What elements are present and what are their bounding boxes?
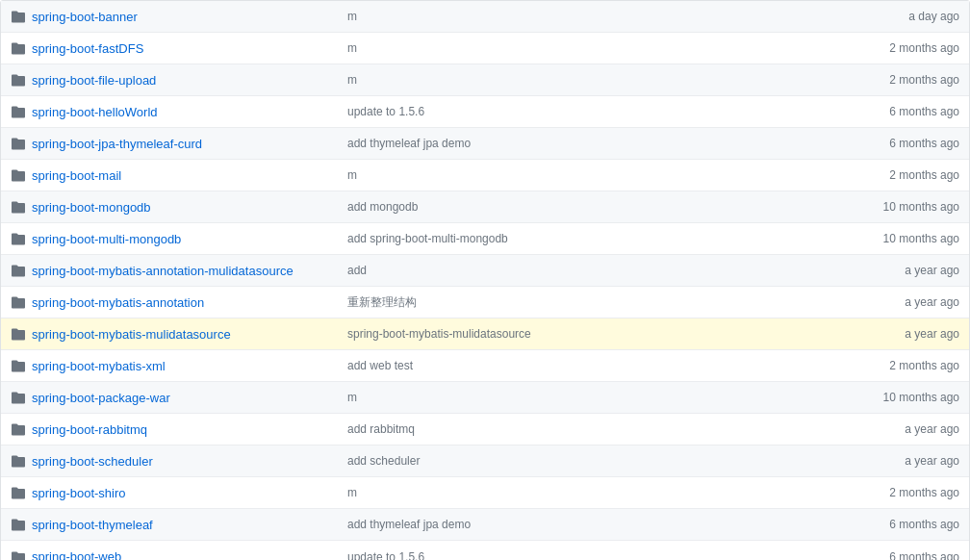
table-row: spring-boot-rabbitmq add rabbitmq a year…	[1, 414, 969, 445]
folder-icon	[11, 199, 26, 215]
file-link[interactable]: spring-boot-rabbitmq	[32, 422, 147, 437]
file-time: 2 months ago	[844, 73, 959, 87]
file-time: 2 months ago	[844, 168, 959, 182]
file-link[interactable]: spring-boot-jpa-thymeleaf-curd	[32, 137, 202, 151]
folder-icon	[11, 263, 26, 278]
file-message: add	[338, 264, 844, 277]
file-link[interactable]: spring-boot-mybatis-xml	[32, 359, 166, 373]
file-link[interactable]: spring-boot-helloWorld	[32, 105, 158, 119]
file-link[interactable]: spring-boot-multi-mongodb	[32, 232, 181, 246]
file-name-col: spring-boot-scheduler	[11, 453, 338, 469]
table-row: spring-boot-mybatis-annotation-mulidatas…	[1, 255, 969, 287]
file-name-col: spring-boot-banner	[11, 9, 338, 24]
folder-icon	[11, 104, 26, 119]
file-name-col: spring-boot-mybatis-annotation-mulidatas…	[11, 263, 338, 278]
file-time: 6 months ago	[844, 105, 959, 118]
file-link[interactable]: spring-boot-mybatis-annotation-mulidatas…	[32, 264, 294, 278]
file-list: spring-boot-banner m a day ago spring-bo…	[0, 0, 970, 560]
table-row: spring-boot-shiro m 2 months ago	[1, 477, 969, 509]
file-link[interactable]: spring-boot-fastDFS	[32, 41, 143, 56]
file-time: 2 months ago	[844, 41, 959, 55]
folder-icon	[11, 167, 26, 183]
file-name-col: spring-boot-mybatis-annotation	[11, 294, 338, 310]
file-time: 6 months ago	[844, 137, 959, 150]
file-link[interactable]: spring-boot-mybatis-mulidatasource	[32, 327, 231, 342]
table-row: spring-boot-package-war m 10 months ago	[1, 382, 969, 414]
file-link[interactable]: spring-boot-mongodb	[32, 200, 151, 215]
file-time: 6 months ago	[844, 518, 959, 531]
file-time: a year ago	[844, 327, 959, 341]
folder-icon	[11, 390, 26, 405]
table-row: spring-boot-mongodb add mongodb 10 month…	[1, 191, 969, 223]
file-link[interactable]: spring-boot-scheduler	[32, 454, 153, 469]
folder-icon	[11, 485, 26, 500]
file-time: 2 months ago	[844, 359, 959, 372]
file-time: 10 months ago	[844, 200, 959, 214]
file-link[interactable]: spring-boot-banner	[32, 10, 138, 24]
file-time: a year ago	[844, 264, 959, 277]
file-time: a day ago	[844, 10, 959, 23]
folder-icon	[11, 358, 26, 373]
folder-icon	[11, 453, 26, 469]
table-row: spring-boot-scheduler add scheduler a ye…	[1, 445, 969, 477]
file-name-col: spring-boot-package-war	[11, 390, 338, 405]
file-link[interactable]: spring-boot-thymeleaf	[32, 518, 153, 532]
file-name-col: spring-boot-thymeleaf	[11, 517, 338, 532]
folder-icon	[11, 9, 26, 24]
file-message: m	[338, 486, 844, 499]
file-name-col: spring-boot-mail	[11, 167, 338, 183]
file-time: 2 months ago	[844, 486, 959, 499]
file-name-col: spring-boot-mybatis-mulidatasource	[11, 326, 338, 342]
file-name-col: spring-boot-jpa-thymeleaf-curd	[11, 136, 338, 151]
file-time: a year ago	[844, 422, 959, 436]
table-row: spring-boot-banner m a day ago	[1, 1, 969, 33]
file-message: m	[338, 391, 844, 404]
table-row: spring-boot-thymeleaf add thymeleaf jpa …	[1, 509, 969, 541]
file-message: add spring-boot-multi-mongodb	[338, 232, 844, 245]
file-name-col: spring-boot-helloWorld	[11, 104, 338, 119]
file-name-col: spring-boot-file-upload	[11, 72, 338, 88]
file-message: add thymeleaf jpa demo	[338, 518, 844, 531]
file-message: update to 1.5.6	[338, 105, 844, 118]
file-time: a year ago	[844, 454, 959, 468]
table-row: spring-boot-web update to 1.5.6 6 months…	[1, 541, 969, 560]
file-message: add thymeleaf jpa demo	[338, 137, 844, 150]
file-time: 10 months ago	[844, 232, 959, 245]
file-name-col: spring-boot-web	[11, 549, 338, 561]
file-message: add rabbitmq	[338, 422, 844, 436]
file-name-col: spring-boot-rabbitmq	[11, 421, 338, 437]
file-link[interactable]: spring-boot-package-war	[32, 391, 170, 405]
table-row: spring-boot-jpa-thymeleaf-curd add thyme…	[1, 128, 969, 160]
table-row: spring-boot-mybatis-xml add web test 2 m…	[1, 350, 969, 382]
file-name-col: spring-boot-multi-mongodb	[11, 231, 338, 246]
table-row: spring-boot-mybatis-mulidatasource sprin…	[1, 318, 969, 350]
table-row: spring-boot-file-upload m 2 months ago	[1, 64, 969, 96]
file-link[interactable]: spring-boot-mail	[32, 168, 121, 183]
file-time: 6 months ago	[844, 550, 959, 561]
folder-icon	[11, 421, 26, 437]
file-message: spring-boot-mybatis-mulidatasource	[338, 327, 844, 341]
file-link[interactable]: spring-boot-mybatis-annotation	[32, 295, 204, 310]
file-time: 10 months ago	[844, 391, 959, 404]
folder-icon	[11, 294, 26, 310]
file-message: update to 1.5.6	[338, 550, 844, 561]
file-message: add web test	[338, 359, 844, 372]
file-link[interactable]: spring-boot-web	[32, 549, 121, 560]
file-link[interactable]: spring-boot-shiro	[32, 486, 126, 500]
file-message: m	[338, 73, 844, 87]
file-name-col: spring-boot-fastDFS	[11, 40, 338, 56]
table-row: spring-boot-fastDFS m 2 months ago	[1, 33, 969, 64]
table-row: spring-boot-multi-mongodb add spring-boo…	[1, 223, 969, 255]
folder-icon	[11, 40, 26, 56]
file-name-col: spring-boot-mongodb	[11, 199, 338, 215]
folder-icon	[11, 231, 26, 246]
file-link[interactable]: spring-boot-file-upload	[32, 73, 156, 88]
folder-icon	[11, 136, 26, 151]
table-row: spring-boot-helloWorld update to 1.5.6 6…	[1, 96, 969, 128]
folder-icon	[11, 72, 26, 88]
folder-icon	[11, 326, 26, 342]
folder-icon	[11, 517, 26, 532]
file-name-col: spring-boot-shiro	[11, 485, 338, 500]
file-time: a year ago	[844, 295, 959, 309]
file-name-col: spring-boot-mybatis-xml	[11, 358, 338, 373]
